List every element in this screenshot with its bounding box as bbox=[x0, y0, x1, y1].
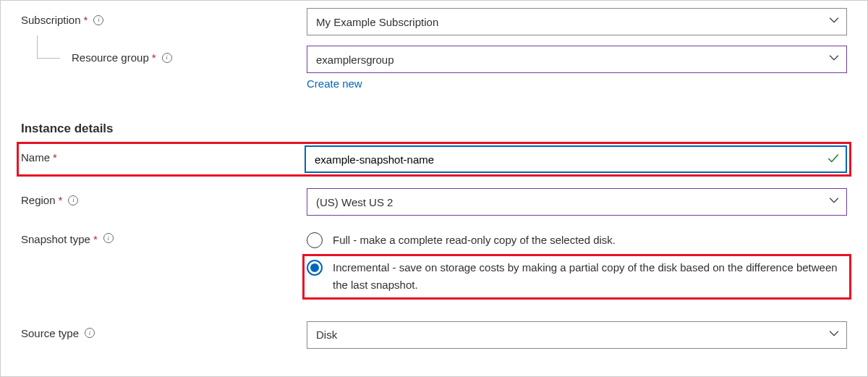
chevron-down-icon bbox=[829, 195, 839, 208]
check-icon bbox=[827, 152, 840, 167]
required-asterisk: * bbox=[93, 233, 98, 245]
required-asterisk: * bbox=[84, 14, 88, 26]
required-asterisk: * bbox=[152, 51, 156, 64]
radio-incremental-label: Incremental - save on storage costs by m… bbox=[333, 259, 847, 293]
tree-connector bbox=[37, 35, 60, 59]
source-type-value: Disk bbox=[316, 329, 337, 341]
required-asterisk: * bbox=[53, 151, 57, 164]
chevron-down-icon bbox=[829, 53, 839, 65]
snapshot-type-incremental-row[interactable]: Incremental - save on storage costs by m… bbox=[307, 259, 847, 293]
incremental-highlight: Incremental - save on storage costs by m… bbox=[302, 254, 851, 300]
info-icon[interactable]: i bbox=[103, 233, 114, 243]
radio-full[interactable] bbox=[307, 232, 323, 248]
subscription-dropdown[interactable]: My Example Subscription bbox=[307, 8, 847, 35]
chevron-down-icon bbox=[829, 328, 839, 340]
name-label: Name bbox=[21, 151, 50, 164]
create-new-link[interactable]: Create new bbox=[307, 77, 362, 90]
region-label: Region bbox=[21, 194, 56, 206]
info-icon[interactable]: i bbox=[93, 15, 103, 25]
required-asterisk: * bbox=[59, 194, 63, 206]
subscription-value: My Example Subscription bbox=[316, 16, 438, 28]
resource-group-dropdown[interactable]: examplersgroup bbox=[307, 46, 847, 73]
name-input[interactable] bbox=[305, 145, 847, 173]
region-dropdown[interactable]: (US) West US 2 bbox=[307, 188, 847, 216]
source-type-dropdown[interactable]: Disk bbox=[307, 321, 847, 349]
source-type-label: Source type bbox=[21, 327, 79, 339]
subscription-label: Subscription bbox=[21, 14, 81, 26]
info-icon[interactable]: i bbox=[162, 53, 172, 63]
info-icon[interactable]: i bbox=[85, 328, 95, 338]
chevron-down-icon bbox=[829, 15, 839, 27]
snapshot-type-label: Snapshot type bbox=[21, 233, 90, 245]
region-value: (US) West US 2 bbox=[316, 196, 393, 208]
radio-incremental[interactable] bbox=[307, 260, 323, 276]
snapshot-type-full-row[interactable]: Full - make a complete read-only copy of… bbox=[307, 229, 847, 251]
resource-group-value: examplersgroup bbox=[316, 54, 394, 66]
name-highlight: Name * bbox=[17, 142, 851, 177]
resource-group-label: Resource group bbox=[72, 51, 149, 64]
instance-details-heading: Instance details bbox=[21, 122, 847, 136]
info-icon[interactable]: i bbox=[68, 195, 78, 206]
radio-full-label: Full - make a complete read-only copy of… bbox=[333, 232, 847, 248]
